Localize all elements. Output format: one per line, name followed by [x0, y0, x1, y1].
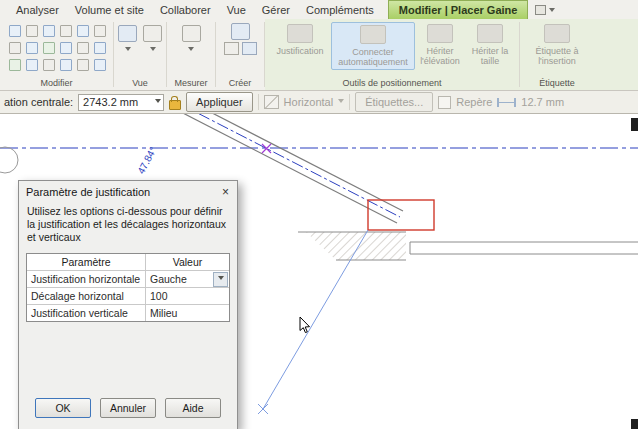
- apply-button[interactable]: Appliquer: [186, 92, 252, 112]
- ok-button[interactable]: OK: [35, 398, 91, 418]
- param-value[interactable]: Milieu: [146, 305, 229, 321]
- table-header-row: Paramètre Valeur: [27, 254, 229, 271]
- tab-volume-et-site[interactable]: Volume et site: [67, 0, 152, 19]
- ribbon-state-icon: [535, 5, 546, 15]
- leader-line: [263, 230, 368, 409]
- panel-label-positionnement[interactable]: Outils de positionnement: [265, 78, 519, 90]
- dialog-buttons: OK Annuler Aide: [19, 398, 237, 429]
- grid-bubble: [0, 147, 18, 173]
- measure-tool-icon: [182, 25, 201, 42]
- tab-analyser[interactable]: Analyser: [8, 0, 67, 19]
- repere-checkbox[interactable]: [438, 96, 451, 109]
- panel-label-etiquette[interactable]: Étiquette: [520, 78, 594, 90]
- offset-value[interactable]: 12.7 mm: [521, 96, 564, 108]
- create-tool-icon[interactable]: [242, 42, 257, 55]
- lock-icon[interactable]: [169, 100, 181, 110]
- tab-modifier-placer-gaine[interactable]: Modifier | Placer Gaine: [388, 0, 529, 19]
- heriter-elevation-button[interactable]: Hériter l'élévation: [415, 22, 465, 68]
- justification-icon: [287, 24, 313, 43]
- modify-tool-icon[interactable]: [24, 57, 40, 73]
- options-separator: [349, 94, 350, 110]
- panel-label-modifier[interactable]: Modifier: [0, 78, 113, 90]
- selection-box: [368, 200, 434, 230]
- param-name: Justification verticale: [27, 305, 146, 321]
- modify-tool-icon[interactable]: [24, 40, 40, 56]
- panel-mesurer: Mesurer: [167, 19, 215, 90]
- help-button[interactable]: Aide: [165, 398, 221, 418]
- header-valeur: Valeur: [146, 254, 229, 270]
- modify-tool-icon[interactable]: [58, 40, 74, 56]
- measure-tool-button[interactable]: [182, 25, 201, 54]
- table-row: Justification verticale Milieu: [27, 305, 229, 321]
- chevron-down-icon: [125, 47, 131, 54]
- justification-button[interactable]: Justification: [269, 22, 331, 58]
- panel-label-creer[interactable]: Créer: [216, 78, 264, 90]
- view-tool-icon: [118, 25, 137, 42]
- create-tool-icon[interactable]: [224, 42, 239, 55]
- param-value[interactable]: 100: [146, 288, 229, 304]
- panel-modifier: Modifier: [0, 19, 113, 90]
- leader-end-x: [258, 404, 268, 414]
- justification-direction-icon: [264, 95, 279, 109]
- panel-creer: Créer: [216, 19, 264, 90]
- modify-tool-icon[interactable]: [75, 57, 91, 73]
- panel-etiquette: Étiquette à l'insertion Étiquette: [520, 19, 594, 90]
- options-bar: ation centrale: 2743.2 mm Appliquer Hori…: [0, 91, 638, 114]
- inherit-size-icon: [477, 24, 503, 43]
- modify-tool-icon[interactable]: [92, 40, 108, 56]
- modify-tool-icon[interactable]: [41, 40, 57, 56]
- tag-on-placement-icon: [544, 24, 570, 43]
- contextual-panels: Justification Connecter automatiquement …: [265, 19, 638, 90]
- view-tool-button[interactable]: [118, 25, 137, 54]
- revit-window: Analyser Volume et site Collaborer Vue G…: [0, 0, 638, 429]
- chevron-down-icon: [218, 276, 224, 283]
- ribbon-display-toggle[interactable]: [528, 0, 562, 19]
- modify-tool-icon[interactable]: [75, 40, 91, 56]
- panel-label-vue[interactable]: Vue: [114, 78, 166, 90]
- panel-vue: Vue: [114, 19, 166, 90]
- combo-dropdown-button[interactable]: [213, 272, 228, 287]
- chevron-down-icon: [338, 99, 344, 106]
- param-value-combo[interactable]: Gauche: [146, 271, 229, 287]
- dialog-titlebar[interactable]: Paramètre de justification ×: [19, 181, 237, 202]
- tab-complements[interactable]: Compléments: [298, 0, 382, 19]
- elevation-input[interactable]: 2743.2 mm: [78, 94, 164, 111]
- modify-tool-icon[interactable]: [24, 23, 40, 39]
- panel-label-mesurer[interactable]: Mesurer: [167, 78, 215, 90]
- table-row: Justification horizontale Gauche: [27, 271, 229, 288]
- modify-tool-icon[interactable]: [92, 57, 108, 73]
- modify-tool-icon[interactable]: [7, 57, 23, 73]
- modify-tool-icon[interactable]: [75, 23, 91, 39]
- angle-label: 47.84°: [135, 145, 158, 176]
- tab-gerer[interactable]: Gérer: [254, 0, 298, 19]
- combo-value: Gauche: [150, 273, 187, 285]
- modify-tool-icon[interactable]: [7, 23, 23, 39]
- drawing-area[interactable]: 47.84° Paramètre de justification × Util…: [0, 114, 638, 429]
- view-tool-button[interactable]: [143, 25, 162, 54]
- modify-tool-icon[interactable]: [58, 57, 74, 73]
- modify-tool-icon[interactable]: [58, 23, 74, 39]
- horizontal-dropdown[interactable]: Horizontal: [284, 96, 334, 108]
- chevron-down-icon: [549, 8, 555, 15]
- modify-tool-icon[interactable]: [7, 40, 23, 56]
- close-icon[interactable]: ×: [217, 184, 234, 199]
- table-row: Décalage horizontal 100: [27, 288, 229, 305]
- dialog-title: Paramètre de justification: [26, 186, 150, 198]
- create-tool-button[interactable]: [216, 23, 264, 40]
- tab-collaborer[interactable]: Collaborer: [152, 0, 219, 19]
- heriter-taille-button[interactable]: Hériter la taille: [465, 22, 515, 68]
- modify-tool-icon[interactable]: [92, 23, 108, 39]
- etiquettes-button[interactable]: Étiquettes...: [355, 92, 433, 112]
- cancel-button[interactable]: Annuler: [100, 398, 156, 418]
- inherit-elevation-label: Hériter l'élévation: [418, 46, 462, 66]
- inherit-size-label: Hériter la taille: [468, 46, 512, 66]
- tab-vue[interactable]: Vue: [219, 0, 254, 19]
- connecter-automatiquement-button[interactable]: Connecter automatiquement: [331, 22, 415, 70]
- etiquette-insertion-button[interactable]: Étiquette à l'insertion: [524, 22, 590, 68]
- chevron-down-icon: [155, 99, 161, 106]
- modify-tool-icon[interactable]: [41, 57, 57, 73]
- window-edge-strip: [631, 118, 638, 131]
- options-separator: [258, 94, 259, 110]
- modify-tool-icon[interactable]: [41, 23, 57, 39]
- header-parametre: Paramètre: [27, 254, 146, 270]
